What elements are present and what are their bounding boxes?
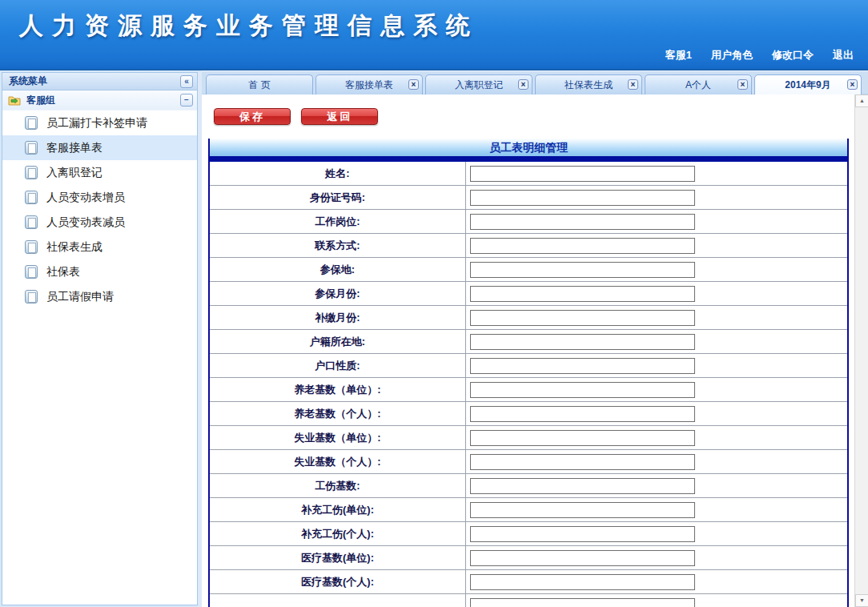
tab-label: 2014年9月 xyxy=(785,78,830,92)
tab-close-icon[interactable]: × xyxy=(847,79,858,90)
sidebar-item-social-insurance-generate[interactable]: 社保表生成 xyxy=(2,235,197,259)
vertical-scrollbar[interactable]: ▲ ▼ xyxy=(854,94,868,607)
sidebar-group-customer-service[interactable]: 客服组 − xyxy=(2,90,197,111)
sidebar-item-label: 人员变动表增员 xyxy=(46,191,125,205)
id-number-input[interactable] xyxy=(470,190,695,206)
tab-close-icon[interactable]: × xyxy=(518,79,528,90)
header-links: 客服1 用户角色 修改口令 退出 xyxy=(665,48,854,62)
sidebar-group-label: 客服组 xyxy=(26,94,180,107)
sidebar-item-label: 员工请假申请 xyxy=(46,290,114,304)
form-row-partial xyxy=(210,594,847,607)
unemployment-base-employer-input[interactable] xyxy=(470,430,695,446)
tab-home[interactable]: 首 页 xyxy=(206,74,313,94)
tab-close-icon[interactable]: × xyxy=(408,79,419,90)
form-title-divider xyxy=(210,156,847,162)
link-current-user[interactable]: 客服1 xyxy=(665,48,692,62)
tab-label: 入离职登记 xyxy=(455,78,503,92)
unemployment-base-personal-input[interactable] xyxy=(470,454,695,470)
contact-input[interactable] xyxy=(470,238,695,254)
sidebar-title: 系统菜单 xyxy=(9,74,47,88)
form-row: 户口性质: xyxy=(210,354,847,378)
injury-base-input[interactable] xyxy=(470,478,695,494)
employee-detail-form: 员工表明细管理 姓名: 身份证号码: 工作岗位: 联系方式: 参保地: xyxy=(208,139,849,607)
form-row: 医疗基数(单位): xyxy=(210,546,847,570)
medical-base-personal-input[interactable] xyxy=(470,574,695,590)
sidebar-item-service-order[interactable]: 客服接单表 xyxy=(2,135,197,160)
job-position-input[interactable] xyxy=(470,214,695,230)
document-icon xyxy=(25,265,38,279)
toolbar: 保存 返回 xyxy=(202,94,868,139)
document-icon xyxy=(25,141,38,155)
group-collapse-icon[interactable]: − xyxy=(180,94,193,107)
form-row: 参保地: xyxy=(210,258,847,282)
scroll-down-icon[interactable]: ▼ xyxy=(855,594,868,607)
pension-base-personal-input[interactable] xyxy=(470,406,695,422)
tab-onboarding-register[interactable]: 入离职登记 × xyxy=(425,74,532,94)
supplementary-injury-employer-input[interactable] xyxy=(470,502,695,518)
pension-base-employer-input[interactable] xyxy=(470,382,695,398)
tab-label: 客服接单表 xyxy=(345,78,393,92)
sidebar-collapse-icon[interactable]: « xyxy=(180,75,193,88)
app-header: 人力资源服务业务管理信息系统 客服1 用户角色 修改口令 退出 xyxy=(0,0,868,70)
form-panel: 保存 返回 员工表明细管理 姓名: 身份证号码: 工作岗位: 联系方式: xyxy=(202,94,868,607)
app-title: 人力资源服务业务管理信息系统 xyxy=(19,10,479,42)
tab-label: A个人 xyxy=(685,78,711,92)
field-label: 工伤基数: xyxy=(315,479,360,493)
form-row: 工作岗位: xyxy=(210,210,847,234)
form-row: 户籍所在地: xyxy=(210,330,847,354)
tab-close-icon[interactable]: × xyxy=(628,79,638,90)
document-icon xyxy=(25,290,38,304)
form-row: 失业基数（个人）: xyxy=(210,450,847,474)
field-label: 养老基数（单位）: xyxy=(294,383,380,397)
scroll-up-icon[interactable]: ▲ xyxy=(855,94,868,107)
link-change-password[interactable]: 修改口令 xyxy=(772,48,814,62)
field-label: 医疗基数(个人): xyxy=(301,575,374,589)
form-row: 养老基数（单位）: xyxy=(210,378,847,402)
sidebar-item-staff-change-remove[interactable]: 人员变动表减员 xyxy=(2,210,197,235)
form-row: 失业基数（单位）: xyxy=(210,426,847,450)
form-row: 医疗基数(个人): xyxy=(210,570,847,594)
tab-a-personal[interactable]: A个人 × xyxy=(645,74,752,94)
name-input[interactable] xyxy=(470,166,695,182)
form-row: 身份证号码: xyxy=(210,186,847,210)
field-label: 户籍所在地: xyxy=(310,335,365,349)
insured-place-input[interactable] xyxy=(470,262,695,278)
sidebar-item-staff-change-add[interactable]: 人员变动表增员 xyxy=(2,185,197,210)
field-label: 补充工伤(个人): xyxy=(301,527,374,541)
field-label: 工作岗位: xyxy=(315,215,360,229)
save-button[interactable]: 保存 xyxy=(214,108,291,125)
form-row: 姓名: xyxy=(210,162,847,186)
back-button[interactable]: 返回 xyxy=(301,108,378,125)
sidebar-item-social-insurance-table[interactable]: 社保表 xyxy=(2,259,197,284)
makeup-month-input[interactable] xyxy=(470,310,695,326)
field-label: 姓名: xyxy=(325,167,349,181)
document-icon xyxy=(25,191,38,204)
tab-label: 社保表生成 xyxy=(565,78,613,92)
folder-icon xyxy=(8,94,22,106)
sidebar-item-onboarding-register[interactable]: 入离职登记 xyxy=(2,160,197,185)
sidebar-item-leave-request[interactable]: 员工请假申请 xyxy=(2,284,197,309)
tab-service-order[interactable]: 客服接单表 × xyxy=(315,74,423,94)
household-type-input[interactable] xyxy=(470,358,695,374)
supplementary-injury-personal-input[interactable] xyxy=(470,526,695,542)
sidebar-item-label: 员工漏打卡补签申请 xyxy=(46,116,147,131)
form-row: 养老基数（个人）: xyxy=(210,402,847,426)
household-location-input[interactable] xyxy=(470,334,695,350)
link-user-role[interactable]: 用户角色 xyxy=(711,48,753,62)
sidebar-item-miss-punch-request[interactable]: 员工漏打卡补签申请 xyxy=(2,111,197,135)
content: 首 页 客服接单表 × 入离职登记 × 社保表生成 × A个人 × 2014年9… xyxy=(202,70,868,607)
field-label: 养老基数（个人）: xyxy=(294,407,380,421)
tab-close-icon[interactable]: × xyxy=(737,79,748,90)
document-icon xyxy=(25,166,38,179)
sidebar-item-label: 入离职登记 xyxy=(46,166,102,180)
link-logout[interactable]: 退出 xyxy=(833,48,854,62)
next-field-input[interactable] xyxy=(470,598,695,607)
field-label: 身份证号码: xyxy=(310,191,365,205)
tab-2014-09[interactable]: 2014年9月 × xyxy=(754,74,862,94)
tab-label: 首 页 xyxy=(248,78,270,92)
document-icon xyxy=(25,116,38,130)
insured-month-input[interactable] xyxy=(470,286,695,302)
medical-base-employer-input[interactable] xyxy=(470,550,695,566)
field-label: 失业基数（个人）: xyxy=(294,455,380,469)
tab-social-insurance-generate[interactable]: 社保表生成 × xyxy=(535,74,642,94)
